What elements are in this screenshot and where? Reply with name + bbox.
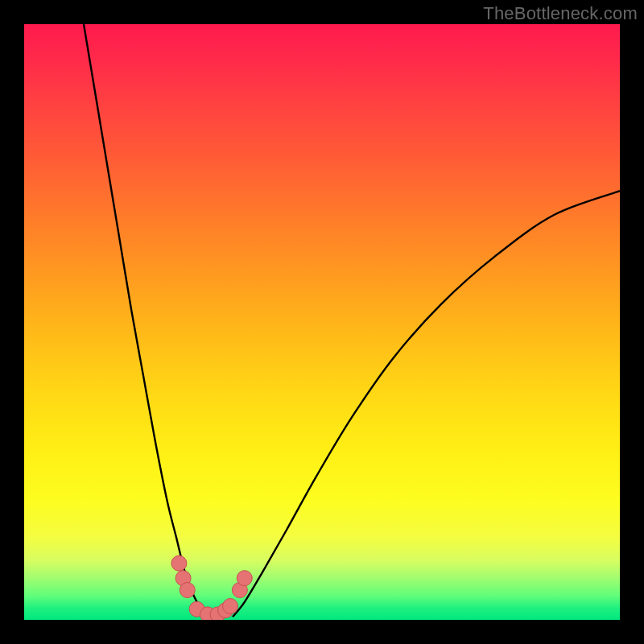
data-point-marker — [237, 571, 252, 586]
chart-frame: TheBottleneck.com — [0, 0, 644, 644]
data-point-marker — [180, 583, 195, 598]
marker-group — [171, 555, 252, 620]
curve-right-branch — [233, 191, 620, 617]
curve-overlay — [24, 24, 620, 620]
data-point-marker — [223, 598, 238, 613]
watermark-text: TheBottleneck.com — [483, 3, 638, 24]
curve-left-branch — [84, 24, 208, 617]
data-point-marker — [171, 555, 187, 571]
plot-area — [24, 24, 620, 620]
